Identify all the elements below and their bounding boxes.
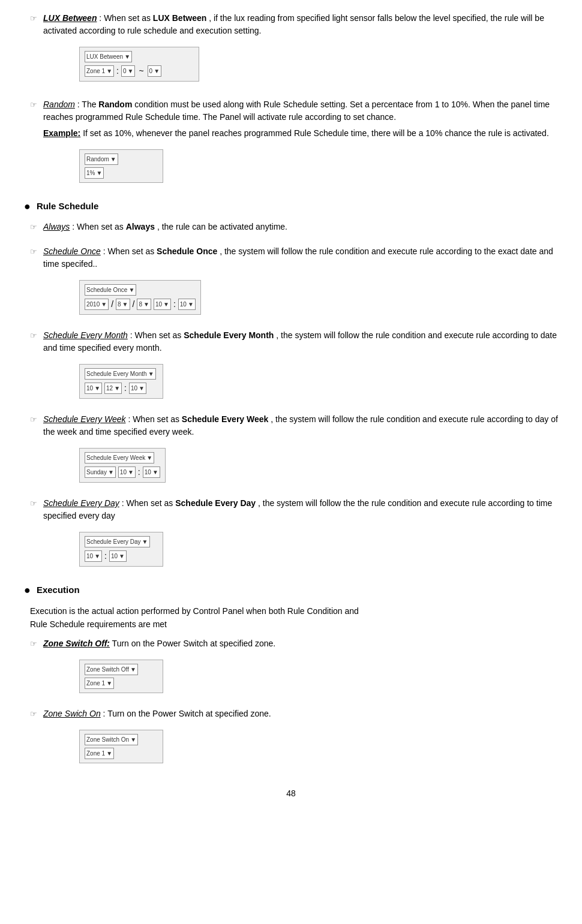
colon3: : bbox=[124, 382, 127, 395]
zone-off-icon: ☞ bbox=[30, 638, 37, 650]
schedule-day-widget: Schedule Every Day ▼ 10 ▼ : 10 ▼ bbox=[79, 532, 163, 567]
zone-off-link: Zone Switch Off: bbox=[43, 639, 110, 648]
zone-off-select[interactable]: Zone Switch Off ▼ bbox=[85, 664, 138, 675]
always-bullet-icon: ☞ bbox=[30, 221, 37, 233]
week-min-select[interactable]: 10 ▼ bbox=[143, 466, 160, 478]
execution-bullet: ● Execution bbox=[24, 583, 558, 598]
schedule-once-icon: ☞ bbox=[30, 246, 37, 258]
schedule-month-select[interactable]: Schedule Every Month ▼ bbox=[85, 368, 156, 380]
zone-on-para: Zone Swich On : Turn on the Power Switch… bbox=[43, 708, 558, 720]
always-para: Always : When set as Always , the rule c… bbox=[43, 221, 558, 233]
month-min-select[interactable]: 10 ▼ bbox=[129, 383, 146, 394]
zone-off-widget: Zone Switch Off ▼ Zone 1 ▼ bbox=[79, 660, 163, 693]
random-select[interactable]: Random ▼ bbox=[85, 154, 118, 165]
lux-select-label: LUX Between bbox=[86, 52, 123, 61]
zone-on-zone-label: Zone 1 bbox=[86, 749, 105, 758]
lux-between-content: LUX Between : When set as LUX Between , … bbox=[43, 12, 558, 88]
schedule-day-arrow: ▼ bbox=[142, 537, 148, 546]
weekday-select[interactable]: Sunday ▼ bbox=[85, 466, 116, 478]
schedule-every-day-item: ☞ Schedule Every Day : When set as Sched… bbox=[24, 497, 558, 573]
zone-on-link: Zone Swich On bbox=[43, 709, 101, 718]
random-bullet-icon: ☞ bbox=[30, 99, 37, 111]
percent-select[interactable]: 1% ▼ bbox=[85, 167, 104, 179]
zone-on-zone-select[interactable]: Zone 1 ▼ bbox=[85, 748, 114, 759]
month-min-arrow: ▼ bbox=[139, 384, 145, 393]
zone-on-select-label: Zone Switch On bbox=[86, 735, 129, 744]
lux-select[interactable]: LUX Between ▼ bbox=[85, 51, 132, 62]
schedule-month-arrow: ▼ bbox=[148, 369, 154, 378]
val1-select[interactable]: 0 ▼ bbox=[121, 65, 135, 77]
schedule-week-intro: : When set as bbox=[128, 414, 181, 424]
schedule-week-arrow: ▼ bbox=[146, 453, 152, 462]
schedule-week-select[interactable]: Schedule Every Week ▼ bbox=[85, 452, 154, 463]
zone-switch-off-item: ☞ Zone Switch Off: Turn on the Power Swi… bbox=[24, 637, 558, 699]
execution-label: Execution bbox=[37, 583, 80, 597]
schedule-week-link: Schedule Every Week bbox=[43, 414, 125, 424]
schedule-week-bold: Schedule Every Week bbox=[182, 414, 268, 424]
hour-select[interactable]: 10 ▼ bbox=[154, 299, 171, 310]
schedule-day-select[interactable]: Schedule Every Day ▼ bbox=[85, 536, 150, 547]
schedule-day-para: Schedule Every Day : When set as Schedul… bbox=[43, 497, 558, 522]
schedule-once-arrow: ▼ bbox=[128, 285, 134, 294]
day-min-label: 10 bbox=[111, 552, 118, 561]
schedule-day-link: Schedule Every Day bbox=[43, 498, 119, 508]
zone-on-desc: : Turn on the Power Switch at specified … bbox=[103, 709, 271, 718]
zone-on-row2: Zone 1 ▼ bbox=[85, 748, 158, 759]
zone-on-row1: Zone Switch On ▼ bbox=[85, 734, 158, 745]
schedule-week-content: Schedule Every Week : When set as Schedu… bbox=[43, 413, 558, 489]
schedule-month-row1: Schedule Every Month ▼ bbox=[85, 368, 158, 380]
page-number: 48 bbox=[24, 787, 558, 800]
month-hour-label: 12 bbox=[106, 384, 113, 393]
month-hour-select[interactable]: 12 ▼ bbox=[104, 383, 122, 394]
schedule-every-week-item: ☞ Schedule Every Week : When set as Sche… bbox=[24, 413, 558, 489]
schedule-month-bold: Schedule Every Month bbox=[184, 330, 274, 340]
day-select[interactable]: 8 ▼ bbox=[137, 299, 151, 310]
random-item: ☞ Random : The Random condition must be … bbox=[24, 98, 558, 189]
schedule-every-month-item: ☞ Schedule Every Month : When set as Sch… bbox=[24, 329, 558, 405]
colon1: : bbox=[116, 65, 119, 77]
lux-widget-row1: LUX Between ▼ bbox=[85, 51, 194, 62]
year-select[interactable]: 2010 ▼ bbox=[85, 299, 109, 310]
val1-arrow: ▼ bbox=[128, 67, 134, 76]
lux-between-intro: : When set as bbox=[99, 13, 152, 23]
schedule-once-row1: Schedule Once ▼ bbox=[85, 284, 196, 296]
val2-select[interactable]: 0 ▼ bbox=[148, 65, 161, 77]
zone-off-zone-select[interactable]: Zone 1 ▼ bbox=[85, 678, 114, 689]
day-hour-select[interactable]: 10 ▼ bbox=[85, 550, 102, 562]
min-arrow: ▼ bbox=[188, 300, 194, 309]
schedule-week-icon: ☞ bbox=[30, 414, 37, 426]
random-section: ☞ Random : The Random condition must be … bbox=[24, 98, 558, 189]
random-content: Random : The Random condition must be us… bbox=[43, 98, 558, 189]
zone-off-select-label: Zone Switch Off bbox=[86, 665, 129, 674]
month-select[interactable]: 8 ▼ bbox=[116, 299, 130, 310]
percent-label: 1% bbox=[86, 168, 95, 177]
schedule-once-intro: : When set as bbox=[103, 246, 157, 256]
zone-label: Zone 1 bbox=[86, 67, 105, 76]
zone-off-row1: Zone Switch Off ▼ bbox=[85, 664, 158, 675]
lux-widget-row2: Zone 1 ▼ : 0 ▼ ~ 0 ▼ bbox=[85, 65, 194, 77]
schedule-day-select-label: Schedule Every Day bbox=[86, 537, 141, 546]
zone-on-select[interactable]: Zone Switch On ▼ bbox=[85, 734, 138, 745]
execution-dot: ● bbox=[24, 582, 31, 598]
zone-off-arrow: ▼ bbox=[130, 665, 136, 674]
schedule-month-para: Schedule Every Month : When set as Sched… bbox=[43, 329, 558, 354]
random-select-label: Random bbox=[86, 155, 109, 164]
weekday-arrow: ▼ bbox=[108, 468, 114, 477]
schedule-day-icon: ☞ bbox=[30, 498, 37, 510]
val2-label: 0 bbox=[149, 67, 153, 76]
lux-between-section: ☞ LUX Between : When set as LUX Between … bbox=[24, 12, 558, 88]
min-select[interactable]: 10 ▼ bbox=[178, 299, 196, 310]
schedule-once-row2: 2010 ▼ / 8 ▼ / 8 ▼ 10 ▼ : bbox=[85, 298, 196, 311]
zone-on-widget: Zone Switch On ▼ Zone 1 ▼ bbox=[79, 730, 163, 763]
schedule-month-widget: Schedule Every Month ▼ 10 ▼ 12 ▼ : 10 ▼ bbox=[79, 364, 163, 399]
slash1: / bbox=[111, 298, 113, 311]
day-min-select[interactable]: 10 ▼ bbox=[109, 550, 127, 562]
zone-arrow: ▼ bbox=[106, 67, 112, 76]
schedule-once-link: Schedule Once bbox=[43, 246, 101, 256]
schedule-month-select-label: Schedule Every Month bbox=[86, 369, 147, 378]
schedule-once-select[interactable]: Schedule Once ▼ bbox=[85, 284, 136, 296]
min-label: 10 bbox=[180, 300, 187, 309]
month-day-select[interactable]: 10 ▼ bbox=[85, 383, 102, 394]
week-hour-select[interactable]: 10 ▼ bbox=[118, 466, 136, 478]
zone-select[interactable]: Zone 1 ▼ bbox=[85, 65, 114, 77]
